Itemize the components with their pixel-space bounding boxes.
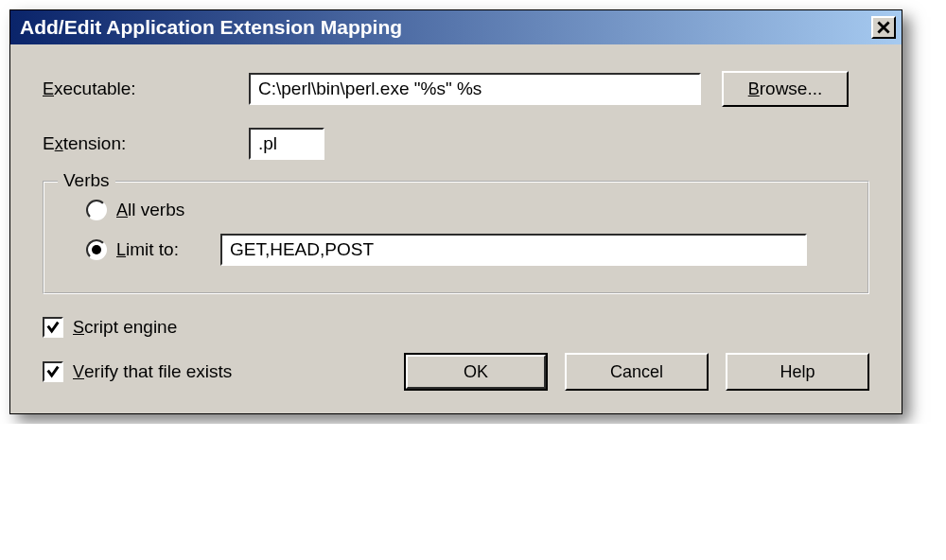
dialog-content: Executable: Browse... Extension: Verbs A… [10,44,902,413]
help-button-label: Help [780,362,815,382]
verify-exists-checkbox-row[interactable]: Verify that file exists [43,361,232,382]
radio-limit-to-circle[interactable] [86,239,107,260]
close-button[interactable] [871,16,896,39]
executable-input[interactable] [249,73,701,105]
extension-label: Extension: [43,133,249,154]
browse-button[interactable]: Browse... [722,71,849,107]
executable-row: Executable: Browse... [43,71,869,107]
help-button[interactable]: Help [726,353,869,391]
radio-limit-to[interactable]: Limit to: [71,234,841,266]
ok-button-inner: OK [406,355,546,389]
bottom-row: Verify that file exists OK Cancel Help [43,353,869,391]
script-engine-checkbox-row[interactable]: Script engine [43,317,869,338]
ok-button[interactable]: OK [404,353,548,391]
limit-to-label: Limit to: [116,239,219,260]
dialog-buttons: OK Cancel Help [404,353,869,391]
close-icon [877,21,890,34]
checkmark-icon [45,320,61,335]
cancel-button-label: Cancel [610,362,663,382]
verify-exists-label: Verify that file exists [73,361,232,382]
dialog-window: Add/Edit Application Extension Mapping E… [9,9,902,414]
checkmark-icon [45,364,61,379]
executable-label: Executable: [43,79,249,99]
extension-input[interactable] [249,128,324,160]
radio-all-verbs-circle[interactable] [86,200,107,220]
extension-row: Extension: [43,128,869,160]
limit-to-input[interactable] [220,234,807,266]
verbs-fieldset: Verbs All verbs Limit to: [43,181,869,294]
radio-all-verbs[interactable]: All verbs [71,200,841,220]
all-verbs-label: All verbs [116,200,219,220]
radio-dot-icon [92,245,101,254]
dialog-title: Add/Edit Application Extension Mapping [20,16,402,39]
script-engine-checkbox[interactable] [43,317,63,338]
cancel-button[interactable]: Cancel [565,353,709,391]
ok-button-label: OK [464,362,488,382]
titlebar: Add/Edit Application Extension Mapping [10,10,902,44]
script-engine-label: Script engine [73,317,177,338]
verbs-legend: Verbs [58,170,115,191]
verify-exists-checkbox[interactable] [43,361,63,382]
